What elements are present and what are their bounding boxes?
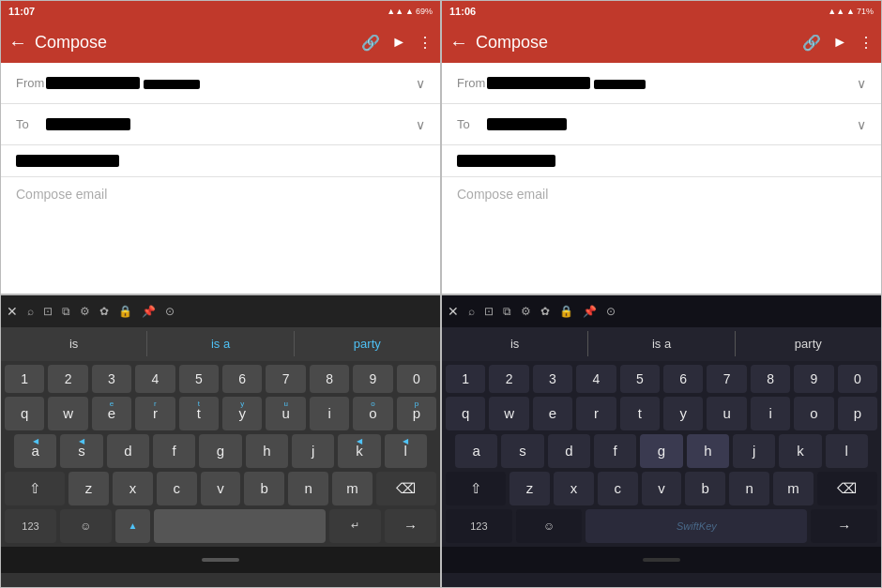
kb-pin-icon-right[interactable]: 📌 <box>583 305 597 318</box>
key-w-right[interactable]: w <box>489 397 528 430</box>
to-chevron-left[interactable]: ∨ <box>416 117 425 132</box>
kb-star-icon-left[interactable]: ✿ <box>99 305 109 318</box>
key-z-right[interactable]: z <box>509 472 550 505</box>
key-p-right[interactable]: p <box>838 397 877 430</box>
kb-close-icon-left[interactable]: ✕ <box>7 304 18 319</box>
key-w-left[interactable]: w <box>48 397 87 430</box>
send-icon-left[interactable]: ► <box>391 34 406 51</box>
key-5-left[interactable]: 5 <box>179 365 219 393</box>
suggestion-is-left[interactable]: is <box>1 331 147 356</box>
key-5-right[interactable]: 5 <box>620 365 660 393</box>
key-i-left[interactable]: i <box>310 397 349 430</box>
key-j-left[interactable]: j <box>292 434 334 468</box>
kb-search-icon-right[interactable]: ⌕ <box>468 305 475 318</box>
key-m-right[interactable]: m <box>773 472 814 505</box>
key-4-left[interactable]: 4 <box>135 365 175 393</box>
kb-location-icon-right[interactable]: ⊙ <box>606 305 616 318</box>
kb-close-icon-right[interactable]: ✕ <box>448 304 459 319</box>
key-k-right[interactable]: k <box>779 434 821 468</box>
key-2-right[interactable]: 2 <box>489 365 528 393</box>
key-f-right[interactable]: f <box>594 434 636 468</box>
key-c-left[interactable]: c <box>157 472 197 505</box>
to-value-left[interactable] <box>46 118 412 130</box>
space-bar-left[interactable] <box>154 509 326 543</box>
key-g-right[interactable]: g <box>640 434 682 468</box>
key-n-left[interactable]: n <box>288 472 328 505</box>
to-chevron-right[interactable]: ∨ <box>857 117 866 132</box>
key-u-right[interactable]: u <box>707 397 746 430</box>
key-y-right[interactable]: y <box>663 397 703 430</box>
key-p-left[interactable]: pp <box>397 397 436 430</box>
suggestion-party-right[interactable]: party <box>736 331 881 356</box>
compose-placeholder-right[interactable]: Compose email <box>442 177 881 211</box>
key-123-right[interactable]: 123 <box>446 509 512 543</box>
key-b-right[interactable]: b <box>685 472 725 505</box>
key-x-right[interactable]: x <box>554 472 594 505</box>
kb-lock-icon-left[interactable]: 🔒 <box>118 305 132 318</box>
to-value-right[interactable] <box>487 118 853 130</box>
key-7-left[interactable]: 7 <box>266 365 305 393</box>
emoji-key-left[interactable]: ☺ <box>60 509 112 543</box>
key-7-right[interactable]: 7 <box>707 365 746 393</box>
compose-placeholder-left[interactable]: Compose email <box>1 177 440 211</box>
enter-key-left[interactable]: → <box>385 509 436 543</box>
key-l-right[interactable]: l <box>826 434 868 468</box>
suggestion-isa-right[interactable]: is a <box>588 331 735 356</box>
key-4-right[interactable]: 4 <box>576 365 616 393</box>
backspace-right[interactable]: ⌫ <box>817 472 877 505</box>
key-u-left[interactable]: uu <box>266 397 305 430</box>
from-chevron-right[interactable]: ∨ <box>857 76 866 91</box>
key-1-right[interactable]: 1 <box>446 365 485 393</box>
emoji-key-right[interactable]: ☺ <box>516 509 583 543</box>
from-value-left[interactable] <box>46 77 412 89</box>
key-d-right[interactable]: d <box>548 434 590 468</box>
key-b-left[interactable]: b <box>244 472 284 505</box>
key-v-left[interactable]: v <box>201 472 241 505</box>
key-t-left[interactable]: tt <box>179 397 219 430</box>
key-y-left[interactable]: yy <box>222 397 262 430</box>
key-h-left[interactable]: h <box>246 434 288 468</box>
key-d-left[interactable]: d <box>107 434 149 468</box>
key-9-left[interactable]: 9 <box>353 365 392 393</box>
key-h-right[interactable]: h <box>687 434 729 468</box>
attach-icon-right[interactable]: 🔗 <box>802 34 821 52</box>
key-0-left[interactable]: 0 <box>397 365 436 393</box>
key-1-left[interactable]: 1 <box>5 365 44 393</box>
suggestion-party-left[interactable]: party <box>295 331 440 356</box>
key-m-left[interactable]: m <box>332 472 373 505</box>
key-123-left[interactable]: 123 <box>5 509 56 543</box>
kb-copy-icon-left[interactable]: ⧉ <box>62 305 70 318</box>
kb-copy-icon-right[interactable]: ⧉ <box>503 305 511 318</box>
kb-settings-icon-left[interactable]: ⚙ <box>80 305 90 318</box>
from-chevron-left[interactable]: ∨ <box>416 76 425 91</box>
key-l-left[interactable]: ◀l <box>385 434 427 468</box>
kb-pin-icon-left[interactable]: 📌 <box>142 305 156 318</box>
key-e-right[interactable]: e <box>533 397 572 430</box>
key-a-left[interactable]: ◀a <box>14 434 56 468</box>
more-icon-left[interactable]: ⋮ <box>418 34 433 52</box>
key-3-right[interactable]: 3 <box>533 365 572 393</box>
key-v-right[interactable]: v <box>642 472 682 505</box>
key-n-right[interactable]: n <box>729 472 769 505</box>
key-r-left[interactable]: rr <box>135 397 175 430</box>
key-mic-left[interactable]: ▲ <box>115 509 150 543</box>
key-k-left[interactable]: ◀k <box>338 434 380 468</box>
key-c-right[interactable]: c <box>598 472 638 505</box>
back-button-right[interactable]: ← <box>449 32 468 53</box>
key-z-left[interactable]: z <box>68 472 109 505</box>
key-q-right[interactable]: q <box>446 397 485 430</box>
key-i-right[interactable]: i <box>751 397 790 430</box>
key-g-left[interactable]: g <box>199 434 241 468</box>
key-6-right[interactable]: 6 <box>663 365 703 393</box>
subject-row-right[interactable] <box>442 145 881 177</box>
suggestion-isa-left[interactable]: is a <box>147 331 294 356</box>
key-o-left[interactable]: oo <box>353 397 392 430</box>
key-9-right[interactable]: 9 <box>794 365 833 393</box>
key-3-left[interactable]: 3 <box>92 365 131 393</box>
key-s-left[interactable]: ◀s <box>60 434 102 468</box>
key-8-left[interactable]: 8 <box>310 365 349 393</box>
key-a-right[interactable]: a <box>455 434 497 468</box>
shift-key-left[interactable]: ⇧ <box>5 472 65 505</box>
space-bar-right[interactable]: SwiftKey <box>585 509 807 543</box>
kb-location-icon-left[interactable]: ⊙ <box>165 305 175 318</box>
